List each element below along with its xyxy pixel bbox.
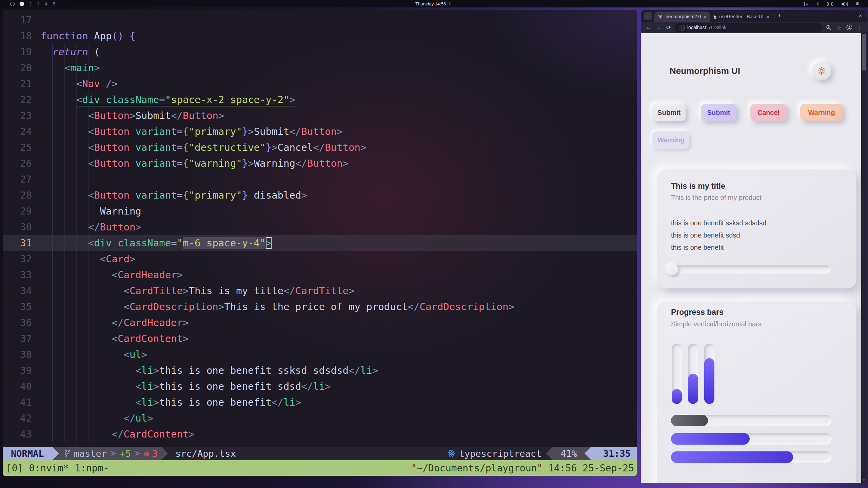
line-number: 24	[3, 124, 41, 140]
browser-window[interactable]: ⌄ neomorphism2.0 × b useRender · Base UI…	[641, 10, 867, 483]
line-number: 29	[3, 203, 41, 219]
launcher-icon[interactable]	[10, 2, 15, 6]
code-line-26[interactable]: 26 <Button variant={"warning"}>Warning</…	[3, 156, 637, 171]
filename[interactable]: src/App.tsx	[175, 448, 236, 459]
theme-toggle-button[interactable]	[812, 61, 831, 80]
scrollbar-down-arrow-icon[interactable]: ▾	[861, 477, 867, 483]
code-text: return (	[41, 44, 637, 60]
line-number: 23	[3, 108, 41, 124]
forward-button[interactable]: →	[654, 24, 663, 31]
card-title: This is my title	[671, 182, 725, 191]
workspace-4[interactable]: 4	[45, 1, 47, 6]
horizontal-progress-fill	[671, 451, 793, 463]
new-tab-button[interactable]: +	[778, 13, 782, 20]
line-number: 19	[3, 44, 41, 60]
code-line-39[interactable]: 39 <li>this is one benefit ssksd sdsdsd<…	[3, 363, 637, 379]
bluetooth-icon[interactable]: ᛒ	[817, 1, 819, 6]
workspace-active-indicator[interactable]	[20, 2, 24, 6]
statusline-file-segment: src/App.tsx typescriptreact	[161, 447, 553, 460]
code-line-38[interactable]: 38 <ul>	[3, 347, 637, 363]
code-line-40[interactable]: 40 <li>this is one benefit sdsd</li>	[3, 379, 637, 394]
code-line-23[interactable]: 23 <Button>Submit</Button>	[3, 108, 637, 124]
code-line-22[interactable]: 22 <div className="space-x-2 space-y-2">	[3, 92, 637, 108]
tab-neomorphism[interactable]: neomorphism2.0 ×	[654, 12, 710, 22]
slider-track[interactable]	[668, 265, 831, 273]
warning-button-warning[interactable]: Warning	[800, 104, 843, 121]
zoom-icon[interactable]	[826, 25, 832, 30]
code-line-29[interactable]: 29 Warning	[3, 203, 637, 219]
code-line-37[interactable]: 37 <CardContent>	[3, 331, 637, 347]
reload-button[interactable]: ⟳	[665, 24, 673, 31]
tab-search-chevron-icon[interactable]: ⌄	[644, 12, 652, 20]
code-text: <CardHeader>	[41, 267, 637, 283]
code-text: <Button variant={"primary"} disabled>	[41, 187, 637, 203]
moon-icon: ☾	[449, 1, 453, 6]
bookmark-star-icon[interactable]: ☆	[836, 24, 842, 31]
network-icon[interactable]: ((·))	[827, 1, 833, 6]
line-number: 42	[3, 410, 41, 426]
line-number: 17	[3, 12, 41, 28]
system-tray: [→ ᛒ ((·)) ◀))) ⚙	[804, 1, 859, 6]
code-line-17[interactable]: 17	[3, 12, 637, 28]
scroll-percent-segment: 41%	[553, 447, 591, 460]
code-line-19[interactable]: 19 return (	[3, 44, 637, 60]
tab-close-icon[interactable]: ×	[766, 14, 769, 20]
back-button[interactable]: ←	[644, 24, 652, 31]
code-line-41[interactable]: 41 <li>this is one benefit</li>	[3, 394, 637, 410]
vim-statusline: NORMAL master > +5 > ⊗ 3 src/App.tsx	[3, 447, 637, 460]
code-line-43[interactable]: 43 </CardContent>	[3, 426, 637, 442]
workspace-2[interactable]: 2	[29, 1, 32, 6]
code-line-30[interactable]: 30 </Button>	[3, 219, 637, 235]
statusline-separator: >	[135, 449, 140, 458]
code-line-24[interactable]: 24 <Button variant={"primary"}>Submit</B…	[3, 124, 637, 140]
code-line-32[interactable]: 32 <Card>	[3, 251, 637, 267]
code-line-20[interactable]: 20 <main>	[3, 60, 637, 76]
git-branch-name[interactable]: master	[74, 448, 107, 459]
code-line-34[interactable]: 34 <CardTitle>This is my title</CardTitl…	[3, 283, 637, 299]
code-line-36[interactable]: 36 </CardHeader>	[3, 315, 637, 331]
workspace-numbers: 2345	[29, 1, 61, 6]
terminal-window[interactable]: 1718function App() {19 return (20 <main>…	[3, 10, 637, 476]
code-editor[interactable]: 1718function App() {19 return (20 <main>…	[3, 10, 637, 447]
site-info-icon[interactable]: i	[679, 25, 685, 30]
window-close-button[interactable]: ×	[859, 13, 862, 19]
submit-button-default[interactable]: Submit	[652, 104, 686, 121]
code-line-33[interactable]: 33 <CardHeader>	[3, 267, 637, 283]
code-text: <CardTitle>This is my title</CardTitle>	[41, 283, 637, 299]
line-number: 37	[3, 331, 41, 347]
code-line-35[interactable]: 35 <CardDescription>This is the price of…	[3, 299, 637, 315]
workspace-3[interactable]: 3	[37, 1, 39, 6]
benefit-item: this is one benefit ssksd sdsdsd	[671, 217, 766, 229]
workspace-5[interactable]: 5	[53, 1, 55, 6]
vertical-progress-fill	[704, 358, 714, 404]
code-line-28[interactable]: 28 <Button variant={"primary"} disabled>	[3, 187, 637, 203]
page-scrollbar[interactable]: ▾	[861, 33, 867, 483]
logout-icon[interactable]: [→	[804, 1, 809, 6]
diagnostics-error-count[interactable]: ⊗ 3	[144, 448, 158, 459]
line-number: 35	[3, 299, 41, 315]
gear-icon[interactable]: ⚙	[855, 1, 859, 6]
menu-kebab-icon[interactable]: ⋮	[857, 24, 863, 31]
code-line-18[interactable]: 18function App() {	[3, 28, 637, 44]
scrollbar-thumb[interactable]	[862, 34, 866, 70]
powerline-separator	[585, 447, 591, 460]
code-text: <li>this is one benefit sdsd</li>	[41, 379, 637, 394]
cursor-position: 31:35	[591, 447, 637, 460]
tab-userender[interactable]: b useRender · Base UI ×	[710, 12, 773, 22]
code-line-25[interactable]: 25 <Button variant={"destructive"}>Cance…	[3, 140, 637, 156]
code-line-42[interactable]: 42 </ul>	[3, 410, 637, 426]
volume-icon[interactable]: ◀)))	[841, 1, 848, 6]
cancel-button-destructive[interactable]: Cancel	[750, 104, 787, 121]
submit-button-primary[interactable]: Submit	[701, 104, 736, 121]
slider-thumb[interactable]	[667, 264, 678, 275]
code-line-27[interactable]: 27	[3, 171, 637, 187]
tab-close-icon[interactable]: ×	[704, 14, 707, 20]
tmux-windows[interactable]: [0] 0:nvim* 1:npm-	[6, 463, 109, 474]
code-line-31[interactable]: 31 <div className="m-6 space-y-4">	[3, 235, 637, 251]
code-line-21[interactable]: 21 <Nav />	[3, 76, 637, 92]
profile-avatar-icon[interactable]	[846, 24, 852, 30]
product-card: This is my title This is the price of my…	[657, 169, 856, 288]
page-content: Neumorphism UI This is my title This is …	[641, 33, 861, 483]
url-path: :5173/link	[706, 25, 726, 30]
url-bar[interactable]: i localhost:5173/link	[675, 23, 823, 32]
